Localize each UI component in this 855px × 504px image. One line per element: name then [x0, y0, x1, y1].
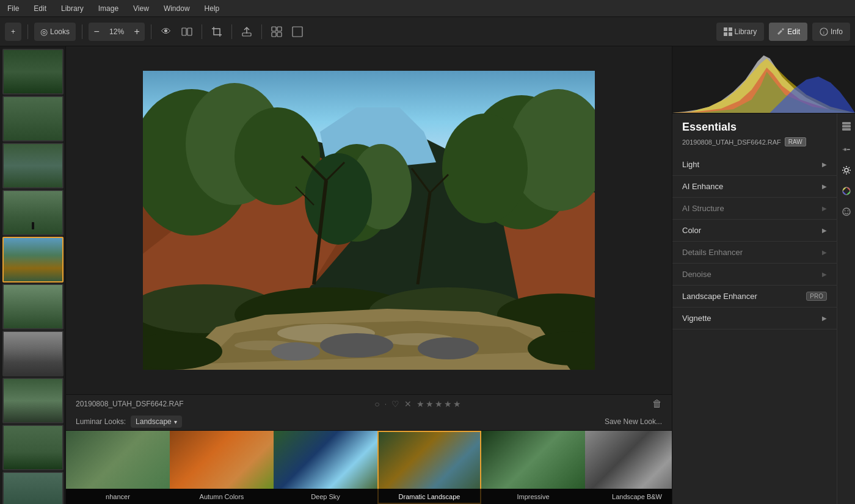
right-panel: Essentials 20190808_UTAH_DSF6642.RAF RAW…: [672, 46, 855, 504]
menu-window[interactable]: Window: [161, 3, 192, 14]
crop-icon[interactable]: [208, 23, 225, 40]
menu-image[interactable]: Image: [96, 3, 121, 14]
details-enhancer-header[interactable]: Details Enhancer ▶: [672, 242, 837, 263]
menu-file[interactable]: File: [5, 3, 21, 14]
svg-rect-1: [187, 28, 192, 35]
main-image: [143, 71, 595, 370]
looks-category-dropdown[interactable]: Landscape ▾: [131, 416, 182, 428]
sun-icon[interactable]: [839, 162, 854, 178]
menubar: File Edit Library Image View Window Help: [0, 0, 855, 17]
svg-line-67: [848, 173, 850, 174]
bottom-bar: 20190808_UTAH_DSF6642.RAF ○ · ♡ ✕ ★ ★ ★ …: [66, 394, 672, 504]
ai-enhance-title: AI Enhance: [682, 182, 822, 191]
share-icon[interactable]: [238, 23, 255, 40]
file-meta: 20190808_UTAH_DSF6642.RAF RAW: [682, 137, 827, 146]
save-new-look-button[interactable]: Save New Look...: [605, 417, 662, 426]
info-tab[interactable]: i Info: [812, 23, 850, 41]
separator-3: [151, 24, 151, 39]
zoom-plus[interactable]: +: [129, 23, 145, 41]
library-tab[interactable]: Library: [716, 23, 765, 41]
add-button[interactable]: +: [5, 23, 21, 41]
filmstrip[interactable]: [0, 46, 66, 504]
look-dramatic[interactable]: Dramatic Landscape: [377, 431, 481, 504]
looks-thumbnails[interactable]: nhancer Autumn Colors Deep Sky Dramatic …: [66, 431, 672, 504]
separator-2: [82, 24, 82, 39]
menu-help[interactable]: Help: [202, 3, 222, 14]
filmstrip-thumb-6[interactable]: [2, 284, 64, 329]
light-section: Light ▶: [672, 154, 837, 176]
canvas-area[interactable]: [66, 46, 672, 394]
details-enhancer-title: Details Enhancer: [682, 248, 822, 257]
denoise-title: Denoise: [682, 270, 822, 279]
star-3[interactable]: ★: [435, 399, 443, 409]
delete-button[interactable]: 🗑: [652, 398, 662, 409]
adjust-icon[interactable]: [839, 142, 854, 157]
color-title: Color: [682, 226, 822, 235]
color-wheel-icon[interactable]: [839, 183, 854, 199]
svg-line-69: [843, 173, 845, 174]
filmstrip-thumb-10[interactable]: [2, 472, 64, 504]
face-icon[interactable]: [839, 204, 854, 220]
svg-rect-9: [729, 27, 732, 31]
ai-structure-title: AI Structure: [682, 204, 822, 213]
denoise-section: Denoise ▶: [672, 264, 837, 286]
star-4[interactable]: ★: [444, 399, 452, 409]
menu-view[interactable]: View: [131, 3, 151, 14]
look-autumn[interactable]: Autumn Colors: [170, 431, 274, 504]
look-deepsky[interactable]: Deep Sky: [274, 431, 377, 504]
looks-button[interactable]: ◎ Looks: [34, 23, 76, 41]
menu-library[interactable]: Library: [59, 3, 86, 14]
ai-enhance-header[interactable]: AI Enhance ▶: [672, 176, 837, 197]
denoise-header[interactable]: Denoise ▶: [672, 264, 837, 285]
svg-rect-5: [272, 32, 276, 37]
landscape-enhancer-header[interactable]: Landscape Enhancer PRO: [672, 286, 837, 307]
filmstrip-thumb-7[interactable]: [2, 331, 64, 376]
look-bw[interactable]: Landscape B&W: [585, 431, 672, 504]
circle-rating-icon[interactable]: ○: [374, 399, 379, 409]
filmstrip-thumb-9[interactable]: [2, 425, 64, 470]
look-impressive[interactable]: Impressive: [481, 431, 585, 504]
filmstrip-thumb-3[interactable]: [2, 143, 64, 189]
look-enhancer[interactable]: nhancer: [66, 431, 170, 504]
menu-edit[interactable]: Edit: [31, 3, 49, 14]
frame-icon[interactable]: [289, 23, 306, 40]
ai-structure-section: AI Structure ▶: [672, 198, 837, 220]
star-1[interactable]: ★: [417, 399, 424, 409]
reject-icon[interactable]: ✕: [404, 399, 412, 409]
filmstrip-thumb-8[interactable]: [2, 378, 64, 423]
look-deepsky-label: Deep Sky: [274, 489, 377, 504]
compare-icon[interactable]: [178, 23, 195, 40]
vignette-header[interactable]: Vignette ▶: [672, 308, 837, 329]
svg-line-68: [848, 167, 850, 168]
svg-rect-3: [272, 27, 276, 31]
heart-icon[interactable]: ♡: [391, 399, 399, 409]
filmstrip-thumb-2[interactable]: [2, 96, 64, 142]
svg-rect-57: [842, 125, 851, 128]
svg-point-71: [843, 208, 850, 215]
svg-point-72: [844, 211, 845, 212]
filmstrip-thumb-4[interactable]: [2, 190, 64, 236]
raw-badge: RAW: [785, 137, 806, 146]
eye-icon[interactable]: 👁: [158, 23, 175, 40]
svg-rect-10: [724, 32, 727, 36]
filmstrip-thumb-5[interactable]: [2, 237, 64, 283]
svg-point-61: [845, 168, 848, 172]
light-header[interactable]: Light ▶: [672, 154, 837, 175]
looks-bar: Luminar Looks: Landscape ▾ Save New Look…: [66, 413, 672, 431]
edit-tab[interactable]: Edit: [769, 23, 807, 41]
ai-enhance-chevron-icon: ▶: [822, 183, 827, 190]
panel-content[interactable]: Essentials 20190808_UTAH_DSF6642.RAF RAW…: [672, 113, 855, 504]
color-section: Color ▶: [672, 220, 837, 242]
star-rating[interactable]: ★ ★ ★ ★ ★: [417, 399, 461, 409]
zoom-minus[interactable]: −: [89, 23, 104, 41]
grid-icon[interactable]: [268, 23, 285, 40]
star-2[interactable]: ★: [426, 399, 434, 409]
star-5[interactable]: ★: [453, 399, 461, 409]
layers-icon[interactable]: [839, 118, 854, 134]
svg-rect-6: [277, 32, 282, 37]
look-impressive-thumb: [481, 431, 585, 489]
ai-structure-header[interactable]: AI Structure ▶: [672, 198, 837, 219]
landscape-enhancer-section: Landscape Enhancer PRO: [672, 286, 837, 308]
filmstrip-thumb-1[interactable]: [2, 49, 64, 95]
color-header[interactable]: Color ▶: [672, 220, 837, 241]
